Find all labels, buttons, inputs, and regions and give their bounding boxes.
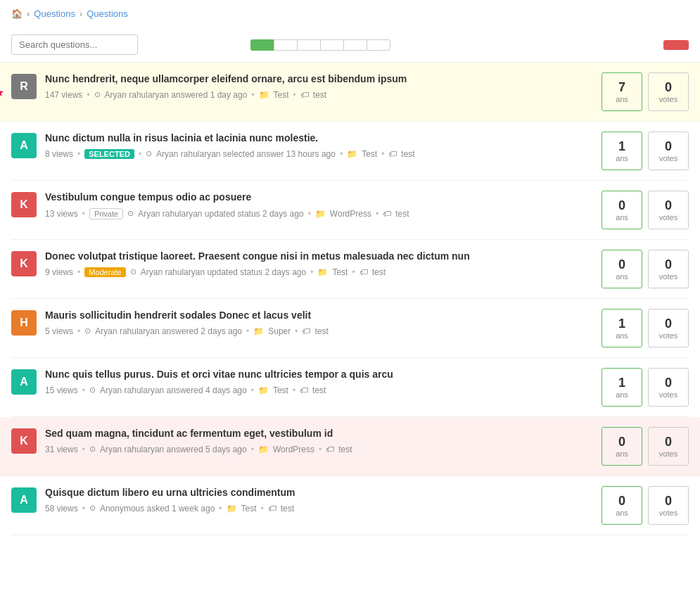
- question-body: Nunc quis tellus purus. Duis et orci vit…: [45, 368, 593, 395]
- ans-count: 0: [618, 435, 625, 449]
- question-title[interactable]: Quisque dictum libero eu urna ultricies …: [45, 486, 593, 500]
- author-action: Aryan rahularyan answered 1 day ago: [105, 90, 248, 100]
- view-count: 58 views: [45, 504, 78, 513]
- question-title[interactable]: Nunc dictum nulla in risus lacinia et la…: [45, 132, 593, 146]
- category[interactable]: Test: [241, 504, 257, 513]
- tag[interactable]: test: [395, 209, 409, 219]
- ans-stat: 0 ans: [602, 486, 642, 525]
- ans-stat: 1 ans: [602, 309, 642, 347]
- tag[interactable]: test: [338, 445, 352, 454]
- ans-stat: 0 ans: [602, 191, 642, 229]
- category[interactable]: Test: [273, 385, 288, 395]
- tag[interactable]: test: [314, 326, 328, 336]
- votes-stat: 0 votes: [648, 368, 689, 407]
- tag-icon: 🏷: [300, 385, 308, 395]
- tab-voted[interactable]: [297, 39, 320, 51]
- question-body: Sed quam magna, tincidunt ac fermentum e…: [45, 427, 593, 454]
- ask-question-button[interactable]: [663, 40, 689, 50]
- category[interactable]: Test: [274, 90, 289, 100]
- stats-group: 0 ans 0 votes: [602, 486, 689, 525]
- question-meta: 8 views • selected • ⊙ Aryan rahularyan …: [45, 149, 593, 159]
- category[interactable]: Super: [268, 326, 291, 336]
- votes-label: votes: [659, 95, 677, 103]
- ans-count: 1: [618, 317, 625, 331]
- author-action: Aryan rahularyan selected answer 13 hour…: [156, 149, 336, 159]
- category[interactable]: Test: [362, 149, 377, 159]
- category[interactable]: WordPress: [273, 445, 314, 454]
- avatar: H: [11, 310, 37, 336]
- question-item: A Nunc dictum nulla in risus lacinia et …: [11, 122, 689, 181]
- avatar: A: [11, 133, 37, 158]
- ans-label: ans: [616, 449, 628, 458]
- author-action: Aryan rahularyan answered 5 days ago: [100, 445, 247, 454]
- home-icon[interactable]: 🏠: [11, 8, 23, 19]
- ans-label: ans: [616, 154, 628, 162]
- question-title[interactable]: Nunc hendrerit, neque ullamcorper eleife…: [45, 72, 593, 87]
- votes-count: 0: [665, 198, 672, 213]
- breadcrumb-sep-1: ›: [27, 8, 30, 19]
- tab-newest[interactable]: [274, 39, 297, 51]
- tag[interactable]: test: [281, 504, 294, 513]
- votes-label: votes: [659, 154, 677, 162]
- meta-clock-icon: ⊙: [89, 385, 96, 395]
- ans-stat: 0 ans: [602, 427, 642, 466]
- ans-label: ans: [616, 509, 628, 517]
- ans-stat: 1 ans: [602, 132, 642, 170]
- category[interactable]: WordPress: [330, 209, 371, 219]
- meta-clock-icon: ⊙: [94, 90, 101, 99]
- tab-active[interactable]: [250, 39, 274, 51]
- tag[interactable]: test: [401, 149, 414, 159]
- meta-clock-icon: ⊙: [84, 326, 91, 336]
- view-count: 5 views: [45, 326, 73, 336]
- tab-group: [250, 39, 390, 51]
- breadcrumb-questions-link-2[interactable]: Questions: [87, 8, 128, 19]
- votes-count: 0: [665, 376, 672, 390]
- ans-label: ans: [616, 331, 628, 340]
- toolbar: [0, 27, 700, 63]
- badge-private: Private: [89, 208, 123, 219]
- votes-count: 0: [665, 317, 672, 331]
- question-title[interactable]: Mauris sollicitudin hendrerit sodales Do…: [45, 309, 593, 323]
- badge-moderate: Moderate: [84, 267, 125, 277]
- tag-icon: 🏷: [300, 90, 309, 100]
- meta-clock-icon: ⊙: [89, 504, 96, 513]
- votes-label: votes: [659, 331, 677, 340]
- question-meta: 9 views • Moderate ⊙ Aryan rahularyan up…: [45, 267, 593, 277]
- stats-group: 1 ans 0 votes: [602, 309, 689, 347]
- votes-label: votes: [659, 272, 677, 281]
- question-item: K Vestibulum congue tempus odio ac posue…: [11, 181, 689, 240]
- votes-stat: 0 votes: [648, 427, 689, 466]
- view-count: 8 views: [45, 149, 73, 159]
- breadcrumb-questions-link[interactable]: Questions: [34, 8, 75, 19]
- category[interactable]: Test: [332, 267, 348, 277]
- question-item: K Sed quam magna, tincidunt ac fermentum…: [0, 417, 700, 476]
- avatar: K: [11, 428, 37, 454]
- question-title[interactable]: Donec volutpat tristique laoreet. Praese…: [45, 250, 593, 264]
- avatar: R: [11, 74, 37, 99]
- question-title[interactable]: Sed quam magna, tincidunt ac fermentum e…: [45, 427, 593, 441]
- author-action: Aryan rahularyan updated status 2 days a…: [141, 267, 307, 277]
- tab-answered[interactable]: [320, 39, 343, 51]
- tab-unsolved[interactable]: [367, 39, 390, 51]
- ans-count: 7: [618, 80, 625, 95]
- tag[interactable]: test: [372, 267, 386, 277]
- ans-label: ans: [616, 95, 628, 103]
- votes-stat: 0 votes: [648, 191, 689, 229]
- search-input[interactable]: [11, 34, 138, 55]
- question-meta: 31 views • ⊙ Aryan rahularyan answered 5…: [45, 445, 593, 454]
- tag-icon: 🏷: [302, 326, 310, 336]
- category-icon: 📁: [315, 209, 326, 219]
- tab-unanswered[interactable]: [343, 39, 367, 51]
- view-count: 9 views: [45, 267, 73, 277]
- question-title[interactable]: Vestibulum congue tempus odio ac posuere: [45, 191, 593, 205]
- view-count: 15 views: [45, 385, 78, 395]
- tag-icon: 🏷: [268, 504, 276, 513]
- tag-icon: 🏷: [326, 445, 334, 454]
- tag[interactable]: test: [312, 385, 326, 395]
- question-title[interactable]: Nunc quis tellus purus. Duis et orci vit…: [45, 368, 593, 382]
- votes-stat: 0 votes: [648, 250, 689, 288]
- category-icon: 📁: [227, 504, 237, 513]
- ans-stat: 1 ans: [602, 368, 642, 407]
- ans-count: 0: [618, 257, 625, 272]
- tag[interactable]: test: [313, 90, 326, 100]
